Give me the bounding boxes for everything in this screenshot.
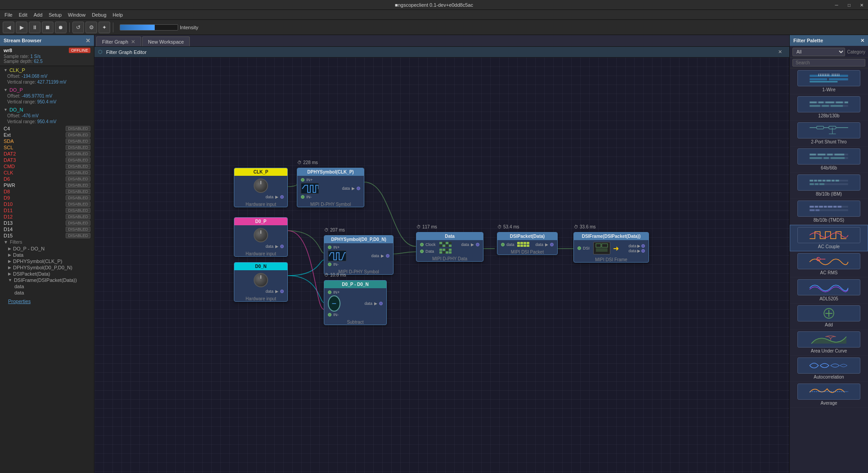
tab-new-workspace[interactable]: New Workspace <box>142 36 190 46</box>
tree-item-clk-p[interactable]: ▼ CLK_P <box>0 67 94 73</box>
node-dsi-frame[interactable]: ⏱33.6 ms DSIFrame(DSIPacket(Data)) DSI <box>573 232 649 263</box>
tree-item-cmd[interactable]: CMD DISABLED <box>0 163 94 170</box>
sample-rate-link[interactable]: 1 S/s <box>30 54 40 59</box>
tree-item-d13[interactable]: D13 DISABLED <box>0 220 94 226</box>
tree-item-dat3[interactable]: DAT3 DISABLED <box>0 157 94 163</box>
do-n-offset-val[interactable]: -476 mV <box>22 113 39 118</box>
tree-item-d8[interactable]: D8 DISABLED <box>0 188 94 195</box>
tree-item-c4[interactable]: C4 DISABLED <box>0 125 94 132</box>
tree-item-do-p[interactable]: ▼ DO_P <box>0 87 94 93</box>
node-dphy-d0[interactable]: ⏱207 ms DPHYSymbol(D0_P,D0_N) IN+ <box>324 235 394 275</box>
tree-item-d6[interactable]: D6 DISABLED <box>0 176 94 182</box>
close-button[interactable]: ✕ <box>855 0 868 10</box>
tree-item-dat2[interactable]: DAT2 DISABLED <box>0 151 94 157</box>
palette-item-64b66b[interactable]: 64b/66b <box>790 147 868 173</box>
palette-item-add[interactable]: Add <box>790 303 868 330</box>
menu-file[interactable]: File <box>2 11 15 18</box>
minimize-button[interactable]: ─ <box>830 0 843 10</box>
tree-item-do-n[interactable]: ▼ DO_N <box>0 107 94 113</box>
node-subtract[interactable]: ⏱10.8 ms D0_P - D0_N IN+ − data ▶ <box>324 280 387 325</box>
menu-help[interactable]: Help <box>110 11 126 18</box>
tab-filter-graph[interactable]: Filter Graph ✕ <box>96 36 141 46</box>
do-p-vrange-val[interactable]: 950.4 mV <box>37 99 57 104</box>
palette-search-input[interactable] <box>792 59 865 67</box>
menu-window[interactable]: Window <box>65 11 88 18</box>
do-n-vrange-val[interactable]: 950.4 mV <box>37 119 57 124</box>
do-p-offset-val[interactable]: -495.97701 mV <box>22 94 52 98</box>
tree-item-ext[interactable]: Ext DISABLED <box>0 132 94 138</box>
filter-item-dsi-packet[interactable]: ▶ DSIPacket(Data) <box>0 271 94 277</box>
node-body-dphy-d0: IN+ data ▶ <box>324 243 393 268</box>
intensity-control[interactable]: Intensity <box>120 24 198 31</box>
toolbar-btn-stop[interactable]: ⏹ <box>42 22 54 33</box>
graph-canvas[interactable]: CLK_P data ▶ Hardware input D0_P <box>94 58 789 473</box>
tree-item-pwr[interactable]: PWR DISABLED <box>0 182 94 188</box>
toolbar-btn-trigger[interactable]: ✦ <box>98 22 110 33</box>
port-data <box>420 250 424 253</box>
toolbar-btn-play[interactable]: ▶ <box>16 22 27 33</box>
toolbar-btn-record[interactable]: ⏺ <box>55 22 67 33</box>
filter-item-dphy-d0[interactable]: ▶ DPHYSymbol(D0_P,D0_N) <box>0 264 94 271</box>
toolbar-btn-pause[interactable]: ⏸ <box>29 22 40 33</box>
tree-item-d15[interactable]: D15 DISABLED <box>0 232 94 239</box>
node-dsi-data[interactable]: ⏱117 ms Data Clock <box>416 232 483 262</box>
node-do-p-hw[interactable]: D0_P data ▶ Hardware input <box>234 217 288 257</box>
palette-item-ac-rms[interactable]: AC RMS <box>790 251 868 277</box>
tree-item-d12[interactable]: D12 DISABLED <box>0 214 94 220</box>
toolbar-btn-settings[interactable]: ⚙ <box>85 22 97 33</box>
svg-rect-17 <box>831 105 843 107</box>
palette-item-adl5205[interactable]: ADL5205 <box>790 277 868 303</box>
tree-item-d10[interactable]: D10 DISABLED <box>0 201 94 207</box>
menu-add[interactable]: Add <box>31 11 45 18</box>
filter-sub-data-1[interactable]: data <box>0 283 94 290</box>
tab-close-filter-graph[interactable]: ✕ <box>131 39 135 45</box>
node-knob-do-p[interactable] <box>254 228 268 242</box>
tree-item-clk[interactable]: CLK DISABLED <box>0 170 94 176</box>
filter-sub-data-2[interactable]: data <box>0 290 94 296</box>
menu-debug[interactable]: Debug <box>89 11 109 18</box>
stream-browser-close[interactable]: ✕ <box>85 37 90 44</box>
tree-item-scl[interactable]: SCL DISABLED <box>0 144 94 151</box>
palette-item-1wire[interactable]: IIIIIII IIIII 1-Wire <box>790 68 868 94</box>
palette-item-area-under-curve[interactable]: Area Under Curve <box>790 330 868 356</box>
node-knob-do-n[interactable] <box>254 273 268 287</box>
menu-edit[interactable]: Edit <box>16 11 30 18</box>
menu-setup[interactable]: Setup <box>46 11 64 18</box>
palette-category-select[interactable]: All <box>792 48 845 56</box>
node-do-n-hw[interactable]: D0_N data ▶ Hardware input <box>234 262 288 302</box>
clk-p-offset-val[interactable]: -194.068 mV <box>22 74 47 79</box>
palette-item-average[interactable]: Average <box>790 382 868 408</box>
node-clk-p-hw[interactable]: CLK_P data ▶ Hardware input <box>234 168 288 207</box>
filter-item-data[interactable]: ▶ Data <box>0 252 94 258</box>
port-out-subtract <box>379 302 383 305</box>
node-dsi-packet[interactable]: ⏱53.4 ms DSIPacket(Data) data <box>497 232 558 255</box>
tree-item-d11[interactable]: D11 DISABLED <box>0 207 94 214</box>
palette-item-128b130b[interactable]: 128b/130b <box>790 94 868 120</box>
sample-depth-link[interactable]: 62.5 <box>34 59 42 64</box>
graph-editor-close[interactable]: ✕ <box>774 47 786 58</box>
palette-item-autocorrelation[interactable]: Autocorrelation <box>790 356 868 382</box>
disabled-badge: DISABLED <box>66 220 90 226</box>
center-panel: Filter Graph ✕ New Workspace ⬡ Filter Gr… <box>94 35 789 473</box>
node-knob-clk-p[interactable] <box>254 178 268 193</box>
filter-item-dsi-frame[interactable]: ▼ DSIFrame(DSIPacket(Data)) <box>0 277 94 283</box>
maximize-button[interactable]: □ <box>843 0 855 10</box>
tree-item-d14[interactable]: D14 DISABLED <box>0 226 94 232</box>
toolbar-btn-refresh[interactable]: ↺ <box>72 22 84 33</box>
node-dphy-clk[interactable]: ⏱228 ms DPHYSymbol(CLK_P) IN+ <box>297 168 364 207</box>
filter-item-dphy-clk[interactable]: ▶ DPHYSymbol(CLK_P) <box>0 258 94 264</box>
palette-item-8b10b-tmds[interactable]: 8b/10b (TMDS) <box>790 199 868 225</box>
subtract-symbol: − <box>328 295 340 312</box>
palette-item-icon-1wire: IIIIIII IIIII <box>797 70 860 86</box>
palette-item-ac-couple[interactable]: AC Couple <box>790 225 868 251</box>
tree-item-d9[interactable]: D9 DISABLED <box>0 195 94 201</box>
properties-link[interactable]: Properties <box>0 296 94 307</box>
palette-item-8b10b-ibm[interactable]: 8b/10b (IBM) <box>790 173 868 199</box>
toolbar-btn-back[interactable]: ◀ <box>3 22 14 33</box>
palette-item-2port-shunt[interactable]: 2-Port Shunt Thro <box>790 120 868 147</box>
filter-item-do-p-do-n[interactable]: ▶ DO_P - DO_N <box>0 245 94 252</box>
clk-p-vrange-val[interactable]: 427.71199 mV <box>37 80 67 85</box>
palette-close-icon[interactable]: ✕ <box>860 38 864 44</box>
tree-item-sda[interactable]: SDA DISABLED <box>0 138 94 144</box>
filters-section-header[interactable]: ▼ Filters <box>0 239 94 245</box>
